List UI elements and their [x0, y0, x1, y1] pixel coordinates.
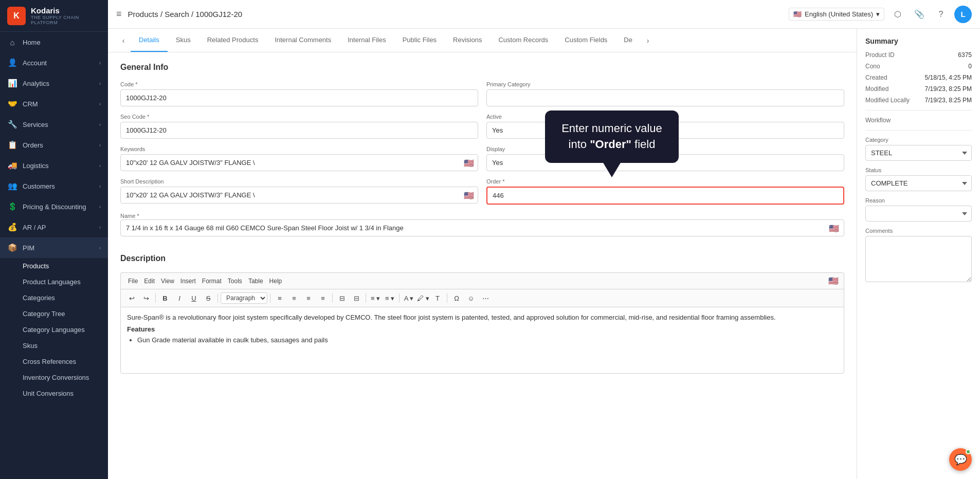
pricing-icon: 💲	[7, 201, 17, 212]
summary-modified-locally: Modified Locally 7/19/23, 8:25 PM	[865, 97, 972, 104]
paragraph-select[interactable]: Paragraph	[221, 292, 267, 304]
align-center-button[interactable]: ≡	[287, 291, 301, 305]
tab-related-products[interactable]: Related Products	[199, 29, 267, 52]
editor-menu-insert[interactable]: Insert	[178, 277, 198, 286]
undo-button[interactable]: ↩	[125, 291, 138, 305]
outdent-button[interactable]: ⊟	[350, 291, 363, 305]
services-icon: 🔧	[7, 119, 17, 130]
tab-revisions[interactable]: Revisions	[445, 29, 490, 52]
align-left-button[interactable]: ≡	[273, 291, 286, 305]
align-justify-button[interactable]: ≡	[316, 291, 330, 305]
emoji-button[interactable]: ☺	[464, 291, 478, 305]
comments-textarea[interactable]	[865, 236, 972, 282]
name-input[interactable]	[120, 219, 844, 236]
seo-code-input[interactable]	[120, 122, 478, 139]
editor-menu-edit[interactable]: Edit	[142, 277, 157, 286]
editor-menu-tools[interactable]: Tools	[226, 277, 244, 286]
highlight-button[interactable]: 🖊 ▾	[416, 291, 430, 305]
reason-select[interactable]	[865, 206, 972, 222]
tab-internal-files[interactable]: Internal Files	[339, 29, 394, 52]
tab-skus[interactable]: Skus	[168, 29, 199, 52]
indent-button[interactable]: ⊟	[335, 291, 349, 305]
editor-menu-format[interactable]: Format	[200, 277, 224, 286]
tab-internal-comments[interactable]: Internal Comments	[266, 29, 339, 52]
created-label: Created	[865, 74, 887, 81]
display-input[interactable]	[486, 154, 844, 171]
sidebar-item-categories[interactable]: Categories	[0, 290, 108, 306]
chat-bubble[interactable]: 💬	[949, 448, 972, 471]
editor-menu-view[interactable]: View	[159, 277, 176, 286]
paperclip-icon[interactable]: 📎	[911, 6, 928, 23]
arap-arrow: ›	[99, 225, 101, 230]
customers-arrow: ›	[99, 183, 101, 189]
code-input[interactable]	[120, 89, 478, 106]
underline-button[interactable]: U	[187, 291, 201, 305]
sidebar-item-inventory-conversions[interactable]: Inventory Conversions	[0, 370, 108, 385]
sidebar-label-inventory-conversions: Inventory Conversions	[23, 374, 89, 381]
panel-divider-1	[865, 110, 972, 110]
tab-details[interactable]: Details	[131, 29, 168, 52]
editor-menu-file[interactable]: File	[126, 277, 140, 286]
keywords-label: Keywords	[120, 146, 478, 152]
help-icon[interactable]: ?	[933, 6, 949, 23]
language-selector[interactable]: 🇺🇸 English (United States) ▾	[789, 8, 884, 21]
sidebar-item-category-languages[interactable]: Category Languages	[0, 322, 108, 338]
toolbar-sep-3	[270, 293, 270, 303]
keywords-flag-icon: 🇺🇸	[464, 158, 474, 168]
category-select[interactable]: STEEL	[865, 145, 972, 161]
list-ordered-button[interactable]: ≡ ▾	[369, 291, 382, 305]
sidebar-item-services[interactable]: 🔧 Services ›	[0, 114, 108, 135]
sidebar-item-category-tree[interactable]: Category Tree	[0, 306, 108, 322]
modified-locally-value: 7/19/23, 8:25 PM	[925, 97, 972, 104]
sidebar-item-pricing[interactable]: 💲 Pricing & Discounting ›	[0, 196, 108, 217]
sidebar-item-logistics[interactable]: 🚚 Logistics ›	[0, 155, 108, 176]
sidebar-item-orders[interactable]: 📋 Orders ›	[0, 135, 108, 155]
tab-next-arrow[interactable]: ›	[641, 33, 655, 48]
sidebar-item-product-languages[interactable]: Product Languages	[0, 274, 108, 290]
bold-button[interactable]: B	[158, 291, 172, 305]
sidebar-item-unit-conversions[interactable]: Unit Conversions	[0, 385, 108, 401]
font-color-button[interactable]: A ▾	[402, 291, 415, 305]
sidebar-item-account[interactable]: 👤 Account ›	[0, 52, 108, 73]
tab-de[interactable]: De	[615, 29, 641, 52]
avatar[interactable]: L	[954, 6, 972, 23]
align-right-button[interactable]: ≡	[302, 291, 315, 305]
order-field: Order *	[486, 178, 844, 205]
primary-category-input[interactable]	[486, 89, 844, 106]
sidebar-item-products[interactable]: Products	[0, 258, 108, 274]
home-icon: ⌂	[7, 37, 17, 47]
special-chars-button[interactable]: Ω	[450, 291, 463, 305]
status-select[interactable]: COMPLETE	[865, 175, 972, 191]
tab-custom-records[interactable]: Custom Records	[490, 29, 556, 52]
short-desc-input[interactable]	[120, 187, 478, 204]
editor-content-area[interactable]: Sure-Span® is a revolutionary floor jois…	[120, 307, 844, 374]
redo-button[interactable]: ↪	[139, 291, 153, 305]
keywords-input[interactable]	[120, 154, 478, 171]
sidebar-item-crm[interactable]: 🤝 CRM ›	[0, 94, 108, 114]
italic-button[interactable]: I	[173, 291, 186, 305]
sidebar-label-services: Services	[23, 121, 99, 128]
tab-custom-fields[interactable]: Custom Fields	[556, 29, 615, 52]
clear-format-button[interactable]: T	[431, 291, 444, 305]
active-input[interactable]	[486, 122, 844, 139]
logo[interactable]: K Kodaris The Supply Chain Platform	[0, 0, 108, 32]
external-link-icon[interactable]: ⬡	[890, 6, 906, 23]
sidebar-item-skus[interactable]: Skus	[0, 338, 108, 354]
created-value: 5/18/15, 4:25 PM	[925, 74, 972, 81]
sidebar-item-cross-references[interactable]: Cross References	[0, 354, 108, 370]
tab-prev-arrow[interactable]: ‹	[116, 33, 131, 48]
menu-icon[interactable]: ≡	[116, 9, 122, 20]
sidebar-item-analytics[interactable]: 📊 Analytics ›	[0, 73, 108, 94]
editor-menu-help[interactable]: Help	[267, 277, 284, 286]
sidebar-item-customers[interactable]: 👥 Customers ›	[0, 176, 108, 196]
strikethrough-button[interactable]: S	[202, 291, 215, 305]
sidebar-item-arap[interactable]: 💰 AR / AP ›	[0, 217, 108, 237]
sidebar-nav: ⌂ Home 👤 Account › 📊 Analytics › 🤝 CRM ›…	[0, 32, 108, 479]
editor-menu-table[interactable]: Table	[246, 277, 265, 286]
more-button[interactable]: ⋯	[479, 291, 492, 305]
tab-public-files[interactable]: Public Files	[394, 29, 445, 52]
order-input[interactable]	[486, 187, 844, 205]
list-unordered-button[interactable]: ≡ ▾	[383, 291, 396, 305]
sidebar-item-home[interactable]: ⌂ Home	[0, 32, 108, 52]
sidebar-item-pim[interactable]: 📦 PIM ›	[0, 237, 108, 258]
